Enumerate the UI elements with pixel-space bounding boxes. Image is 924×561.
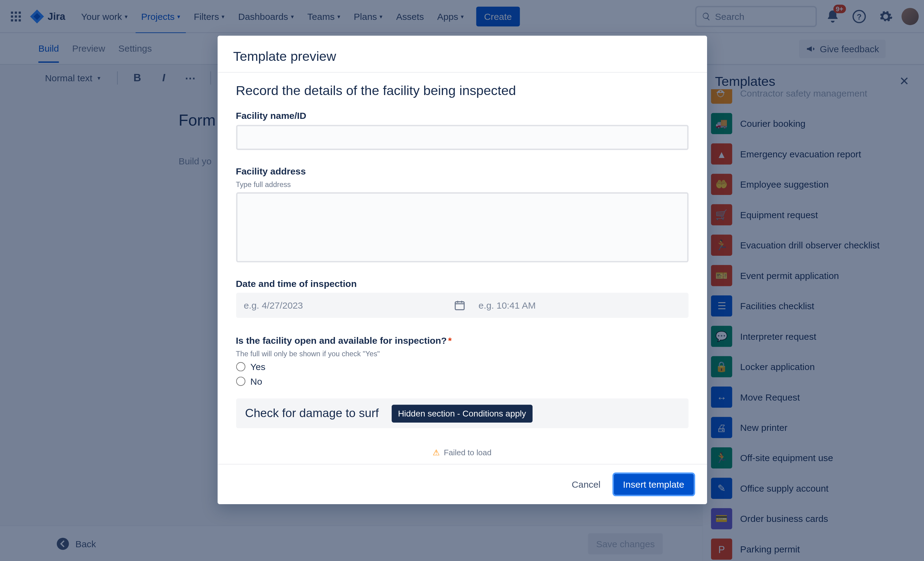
- template-preview-modal: Template preview Record the details of t…: [217, 36, 707, 504]
- facility-address-help: Type full address: [236, 180, 688, 188]
- facility-name-label: Facility name/ID: [236, 110, 688, 121]
- modal-title: Template preview: [217, 36, 707, 72]
- radio-no[interactable]: No: [236, 376, 688, 387]
- time-placeholder: e.g. 10:41 AM: [478, 300, 536, 311]
- date-time-input[interactable]: e.g. 4/27/2023 e.g. 10:41 AM: [236, 293, 688, 318]
- warning-icon: ⚠: [433, 448, 440, 457]
- svg-rect-12: [455, 302, 464, 310]
- facility-address-input[interactable]: [236, 192, 688, 262]
- open-question-help: The full will only be shown if you check…: [236, 350, 688, 357]
- inspection-date-label: Date and time of inspection: [236, 278, 688, 289]
- cancel-button[interactable]: Cancel: [565, 474, 607, 495]
- hidden-section: Check for damage to surf Hidden section …: [236, 399, 688, 428]
- radio-yes[interactable]: Yes: [236, 362, 688, 372]
- open-question-label: Is the facility open and available for i…: [236, 335, 688, 346]
- calendar-icon: [453, 300, 465, 311]
- facility-address-label: Facility address: [236, 166, 688, 177]
- modal-overlay: Template preview Record the details of t…: [0, 0, 924, 561]
- failed-to-load: ⚠ Failed to load: [236, 448, 688, 457]
- modal-heading: Record the details of the facility being…: [236, 83, 688, 98]
- insert-template-button[interactable]: Insert template: [614, 474, 694, 495]
- facility-name-input[interactable]: [236, 125, 688, 150]
- date-placeholder: e.g. 4/27/2023: [244, 300, 303, 311]
- hidden-section-tooltip: Hidden section - Conditions apply: [392, 404, 533, 422]
- damage-heading: Check for damage to surf: [245, 406, 379, 420]
